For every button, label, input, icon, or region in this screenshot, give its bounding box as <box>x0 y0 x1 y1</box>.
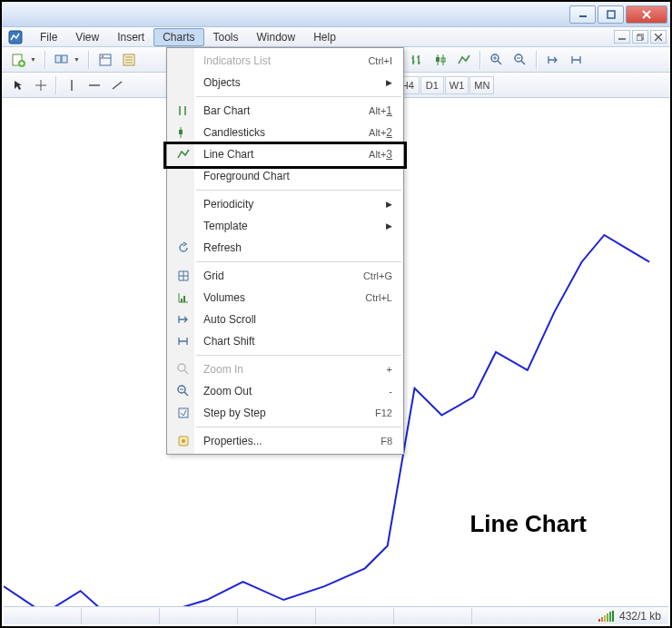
maximize-button[interactable] <box>598 5 624 24</box>
menu-foreground-chart[interactable]: Foreground Chart <box>167 165 403 187</box>
menu-separator <box>196 355 401 356</box>
bar-chart-type-button[interactable] <box>406 50 428 70</box>
new-chart-button[interactable]: ▼ <box>7 50 40 70</box>
status-segment <box>160 608 238 624</box>
crosshair-tool-button[interactable] <box>30 75 52 95</box>
svg-line-46 <box>113 82 122 89</box>
toolbar-separator <box>479 51 481 69</box>
menu-separator <box>196 427 401 427</box>
app-logo-icon <box>7 29 24 45</box>
titlebar <box>2 2 670 27</box>
svg-rect-53 <box>181 299 183 302</box>
menu-charts[interactable]: Charts <box>153 28 203 46</box>
menubar: FileViewInsertChartsToolsWindowHelp <box>2 27 670 47</box>
refresh-icon <box>173 240 194 255</box>
zoom-out-icon <box>173 384 194 398</box>
grid-icon <box>173 269 194 283</box>
connection-status: 432/1 kb <box>598 610 668 623</box>
zoom-out-button[interactable] <box>509 50 531 70</box>
signal-bars-icon <box>598 611 614 622</box>
svg-line-58 <box>184 392 188 396</box>
menu-bar-chart[interactable]: Bar Chart Alt+1 <box>167 100 403 122</box>
status-segments <box>4 608 598 624</box>
submenu-arrow-icon: ▶ <box>386 221 398 231</box>
line-chart-icon <box>173 147 194 162</box>
menu-candlesticks[interactable]: Candlesticks Alt+2 <box>167 122 403 143</box>
status-segment <box>82 608 160 624</box>
svg-rect-15 <box>62 55 67 63</box>
step-icon <box>173 406 194 420</box>
period-d1-button[interactable]: D1 <box>420 76 444 94</box>
minimize-button[interactable] <box>569 5 596 24</box>
mdi-minimize-button[interactable] <box>614 30 630 44</box>
chart-annotation-label: Line Chart <box>469 510 587 538</box>
menu-tools[interactable]: Tools <box>204 28 248 46</box>
submenu-arrow-icon: ▶ <box>386 200 398 209</box>
period-mn-button[interactable]: MN <box>469 76 494 94</box>
navigator-button[interactable] <box>118 50 140 70</box>
candlestick-type-button[interactable] <box>430 50 451 70</box>
svg-rect-32 <box>436 57 440 62</box>
toolbar-separator <box>88 51 90 69</box>
status-segment <box>394 608 472 624</box>
period-w1-button[interactable]: W1 <box>445 76 469 94</box>
properties-icon <box>173 434 194 448</box>
menu-help[interactable]: Help <box>304 28 345 46</box>
line-chart-type-button[interactable] <box>453 50 475 70</box>
toolbar-separator <box>44 51 46 69</box>
svg-rect-54 <box>183 296 185 302</box>
svg-rect-1 <box>608 11 615 18</box>
menu-file[interactable]: File <box>31 28 66 46</box>
menu-chart-shift[interactable]: Chart Shift <box>167 330 403 352</box>
menu-auto-scroll[interactable]: Auto Scroll <box>167 309 403 330</box>
menu-separator <box>196 96 401 97</box>
bar-chart-icon <box>173 103 194 118</box>
mdi-window-controls <box>614 30 670 44</box>
mdi-restore-button[interactable] <box>632 30 648 44</box>
svg-line-56 <box>184 370 188 374</box>
svg-point-62 <box>182 439 185 443</box>
auto-scroll-button[interactable] <box>542 50 564 70</box>
dropdown-arrow-icon: ▼ <box>71 56 83 63</box>
vertical-line-tool-button[interactable] <box>61 75 83 95</box>
status-segment <box>316 608 394 624</box>
horizontal-line-tool-button[interactable] <box>84 75 105 95</box>
menu-separator <box>196 261 401 262</box>
close-button[interactable] <box>626 5 667 24</box>
menu-zoom-out[interactable]: Zoom Out - <box>167 380 403 402</box>
cursor-tool-button[interactable] <box>7 75 29 95</box>
status-segment <box>238 608 316 624</box>
menu-line-chart[interactable]: Line Chart Alt+3 <box>167 143 403 165</box>
chart-shift-icon <box>173 334 194 348</box>
menu-zoom-in[interactable]: Zoom In + <box>167 358 403 380</box>
menu-indicators-list[interactable]: Indicators List Ctrl+I <box>167 50 403 72</box>
menu-template[interactable]: Template ▶ <box>167 215 403 237</box>
menu-insert[interactable]: Insert <box>108 28 153 46</box>
menu-periodicity[interactable]: Periodicity ▶ <box>167 193 403 215</box>
menu-separator <box>196 190 401 191</box>
menu-window[interactable]: Window <box>248 28 305 46</box>
menu-view[interactable]: View <box>66 28 108 46</box>
zoom-in-button[interactable] <box>486 50 508 70</box>
menu-properties[interactable]: Properties... F8 <box>167 430 403 452</box>
svg-point-55 <box>178 364 185 371</box>
svg-line-40 <box>521 61 525 64</box>
profiles-button[interactable]: ▼ <box>51 50 84 70</box>
chart-shift-button[interactable] <box>566 50 588 70</box>
market-watch-button[interactable] <box>94 50 116 70</box>
menu-volumes[interactable]: Volumes Ctrl+L <box>167 287 403 309</box>
application-window: FileViewInsertChartsToolsWindowHelp ▼ ▼ <box>0 0 672 628</box>
mdi-close-button[interactable] <box>650 30 667 44</box>
trendline-tool-button[interactable] <box>106 75 128 95</box>
toolbar-separator <box>55 76 57 94</box>
menu-grid[interactable]: Grid Ctrl+G <box>167 265 403 287</box>
svg-point-18 <box>102 55 104 57</box>
svg-rect-7 <box>637 35 642 41</box>
toolbar-separator <box>536 51 538 69</box>
menu-step-by-step[interactable]: Step by Step F12 <box>167 402 403 424</box>
statusbar: 432/1 kb <box>4 606 668 624</box>
svg-line-36 <box>498 61 501 64</box>
dropdown-arrow-icon: ▼ <box>27 56 39 63</box>
menu-refresh[interactable]: Refresh <box>167 237 403 259</box>
menu-objects[interactable]: Objects ▶ <box>167 72 403 93</box>
